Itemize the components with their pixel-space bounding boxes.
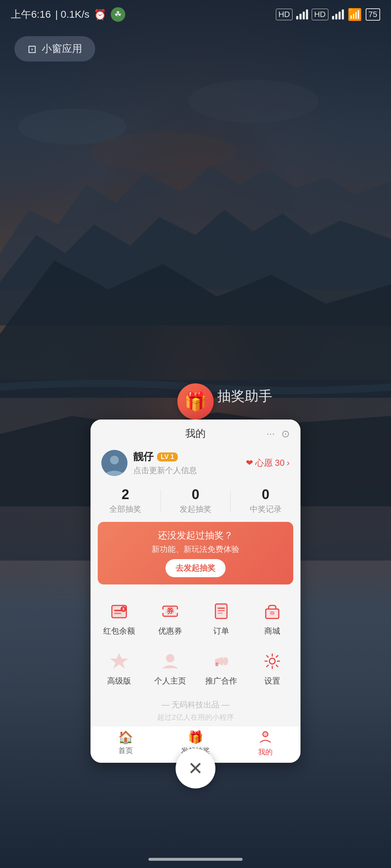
card-title: 我的 xyxy=(185,427,206,441)
card-header-right: ··· ⊙ xyxy=(266,428,290,440)
promo-banner: 还没发起过抽奖？ 新功能、新玩法免费体验 去发起抽奖 xyxy=(98,522,293,584)
signal-bars-1 xyxy=(296,9,308,20)
svg-rect-21 xyxy=(218,608,225,609)
gift-icon: 🎁 xyxy=(184,391,207,412)
stat-item-0[interactable]: 2 全部抽奖 xyxy=(91,487,160,515)
status-bar: 上午6:16 | 0.1K/s ⏰ ☘ HD HD 📶 75 xyxy=(0,0,391,29)
grid-item-red-envelope[interactable]: ¥ 红包余额 xyxy=(94,594,144,642)
settings-icon xyxy=(261,650,284,673)
promo-text-2: 新功能、新玩法免费体验 xyxy=(106,544,285,555)
stat-number-2: 0 xyxy=(231,487,300,502)
close-icon: ✕ xyxy=(188,760,203,778)
arrow-right-icon: › xyxy=(287,458,290,468)
grid-label-promote: 推广合作 xyxy=(205,676,237,686)
hd-label-2: HD xyxy=(312,9,328,20)
card-header: 我的 ··· ⊙ xyxy=(91,420,300,444)
grid-label-order: 订单 xyxy=(213,626,229,637)
small-window-label: 小窗应用 xyxy=(42,42,82,56)
grid-item-promote[interactable]: 推广合作 xyxy=(196,644,246,692)
home-indicator xyxy=(148,858,243,861)
svg-text:券: 券 xyxy=(166,607,174,615)
grid-item-profile[interactable]: 个人主页 xyxy=(145,644,195,692)
svg-point-7 xyxy=(110,456,119,464)
stat-item-1[interactable]: 0 发起抽奖 xyxy=(161,487,231,515)
heart-icon: ❤ xyxy=(246,458,253,468)
mini-app-card: 我的 ··· ⊙ 靓仔 LV 1 点击更新个人信息 xyxy=(91,420,300,763)
grid-item-coupon[interactable]: 券 优惠券 xyxy=(145,594,195,642)
target-icon[interactable]: ⊙ xyxy=(281,428,290,440)
app-icon-status: ☘ xyxy=(111,7,125,22)
coupon-icon: 券 xyxy=(159,600,182,623)
nav-item-home[interactable]: 🏠 首页 xyxy=(91,730,160,757)
promo-text-1: 还没发起过抽奖？ xyxy=(106,529,285,542)
grid-label-red-envelope: 红包余额 xyxy=(103,626,135,637)
user-subtitle: 点击更新个人信息 xyxy=(133,465,197,476)
lottery-icon: 🎁 xyxy=(188,730,203,744)
grid-menu: ¥ 红包余额 券 优惠券 xyxy=(91,590,300,692)
brand-footer: — 无码科技出品 — 超过2亿人在用的小程序 xyxy=(91,692,300,726)
brand-text-1: — 无码科技出品 — xyxy=(91,699,300,710)
username-text: 靓仔 xyxy=(133,450,154,464)
close-button[interactable]: ✕ xyxy=(176,749,215,788)
svg-point-30 xyxy=(223,658,228,665)
promote-icon xyxy=(210,650,233,673)
nav-item-mine[interactable]: 我的 xyxy=(231,730,300,757)
grid-label-profile: 个人主页 xyxy=(154,676,186,686)
stats-row: 2 全部抽奖 0 发起抽奖 0 中奖记录 xyxy=(91,483,300,522)
mine-icon xyxy=(259,730,272,746)
svg-rect-26 xyxy=(270,611,274,615)
stat-number-1: 0 xyxy=(161,487,231,502)
svg-point-5 xyxy=(91,132,235,172)
time-display: 上午6:16 xyxy=(11,8,51,21)
promo-button[interactable]: 去发起抽奖 xyxy=(165,559,226,577)
stat-label-0: 全部抽奖 xyxy=(91,504,160,515)
app-title: 抽奖助手 xyxy=(217,387,272,405)
hd-label: HD xyxy=(276,9,293,20)
small-window-icon: ⊡ xyxy=(28,43,37,55)
grid-label-coupon: 优惠券 xyxy=(158,626,182,637)
more-icon[interactable]: ··· xyxy=(266,428,275,439)
user-avatar[interactable] xyxy=(101,450,127,476)
grid-item-order[interactable]: 订单 xyxy=(196,594,246,642)
stat-item-2[interactable]: 0 中奖记录 xyxy=(231,487,300,515)
app-icon-circle: 🎁 xyxy=(177,383,214,420)
premium-icon xyxy=(108,650,131,673)
grid-item-settings[interactable]: 设置 xyxy=(247,644,297,692)
user-info: 靓仔 LV 1 点击更新个人信息 xyxy=(133,450,197,476)
svg-point-31 xyxy=(269,658,275,664)
nav-label-mine: 我的 xyxy=(258,747,273,757)
svg-marker-27 xyxy=(111,654,127,668)
battery-icon: 75 xyxy=(366,8,380,21)
profile-icon xyxy=(159,650,182,673)
grid-item-premium[interactable]: 高级版 xyxy=(94,644,144,692)
brand-text-2: 超过2亿人在用的小程序 xyxy=(91,712,300,722)
shop-icon xyxy=(261,600,284,623)
wifi-icon: 📶 xyxy=(348,8,362,21)
red-envelope-icon: ¥ xyxy=(108,600,131,623)
home-icon: 🏠 xyxy=(118,730,133,744)
small-window-button[interactable]: ⊡ 小窗应用 xyxy=(14,36,95,61)
status-right: HD HD 📶 75 xyxy=(276,8,380,21)
stat-number-0: 2 xyxy=(91,487,160,502)
svg-point-4 xyxy=(188,80,319,123)
grid-label-shop: 商城 xyxy=(264,626,280,637)
user-name-row: 靓仔 LV 1 xyxy=(133,450,197,464)
stat-label-1: 发起抽奖 xyxy=(161,504,231,515)
signal-bars-2 xyxy=(332,9,344,20)
alarm-icon: ⏰ xyxy=(94,9,106,21)
order-icon xyxy=(210,600,233,623)
svg-rect-22 xyxy=(218,610,225,611)
wish-text: 心愿 30 xyxy=(255,457,285,469)
user-left: 靓仔 LV 1 点击更新个人信息 xyxy=(101,450,197,476)
user-section: 靓仔 LV 1 点击更新个人信息 ❤ 心愿 30 › xyxy=(91,444,300,483)
svg-point-28 xyxy=(167,655,174,662)
svg-rect-11 xyxy=(114,613,121,614)
stat-label-2: 中奖记录 xyxy=(231,504,300,515)
grid-item-shop[interactable]: 商城 xyxy=(247,594,297,642)
nav-label-home: 首页 xyxy=(118,746,133,756)
wish-tag[interactable]: ❤ 心愿 30 › xyxy=(246,457,290,469)
level-badge: LV 1 xyxy=(157,452,178,461)
speed-display: | 0.1K/s xyxy=(55,9,89,20)
grid-label-premium: 高级版 xyxy=(107,676,131,686)
svg-text:¥: ¥ xyxy=(122,607,125,611)
